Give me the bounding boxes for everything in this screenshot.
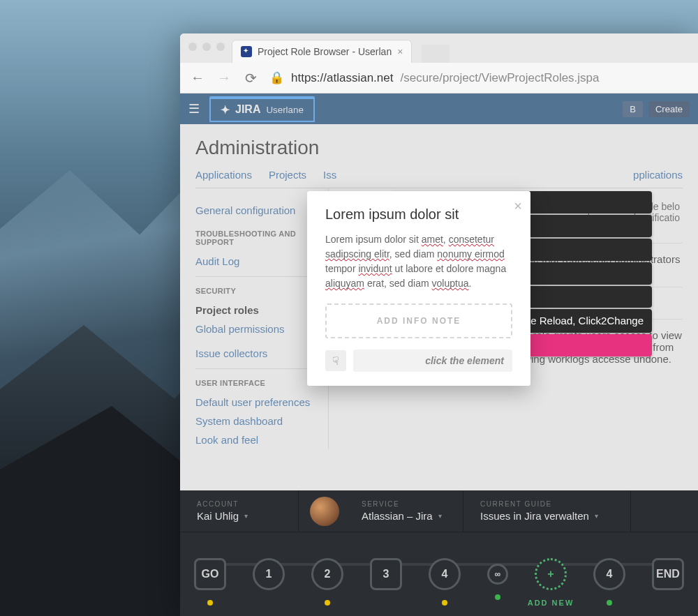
step-add-new[interactable]: + bbox=[535, 558, 567, 590]
url-path: /secure/project/ViewProjectRoles.jspa bbox=[400, 71, 599, 85]
tab-strip: Project Role Browser - Userlan × bbox=[180, 33, 698, 63]
step-timeline: GO 1 2 3 4 ∞ +ADD NEW 4 END bbox=[180, 532, 698, 616]
browser-window: Project Role Browser - Userlan × ← → ⟳ 🔒… bbox=[180, 33, 698, 616]
popup-body[interactable]: Lorem ipsum dolor sit amet, consetetur s… bbox=[325, 232, 512, 291]
step-4b[interactable]: 4 bbox=[593, 558, 625, 590]
status-dot-icon bbox=[607, 600, 612, 606]
url-host: https://atlassian.net bbox=[291, 71, 393, 85]
pointer-icon: ☟ bbox=[325, 350, 346, 371]
chevron-down-icon: ▾ bbox=[438, 512, 442, 520]
popup-close-icon[interactable]: × bbox=[514, 198, 522, 214]
status-dot-icon bbox=[325, 600, 330, 606]
service-label: SERVICE bbox=[362, 500, 446, 508]
back-icon[interactable]: ← bbox=[190, 70, 205, 86]
add-info-note-dropzone[interactable]: ADD INFO NOTE bbox=[325, 303, 512, 338]
status-dot-icon bbox=[207, 600, 213, 606]
step-go[interactable]: GO bbox=[194, 558, 226, 590]
window-controls[interactable] bbox=[186, 43, 232, 58]
forward-icon[interactable]: → bbox=[216, 70, 232, 86]
chevron-down-icon: ▾ bbox=[595, 512, 598, 520]
service-selector[interactable]: SERVICE Atlassian – Jira▾ bbox=[345, 490, 463, 532]
status-dot-icon bbox=[442, 600, 447, 606]
userlane-bar: ACCOUNT Kai Uhlig▾ SERVICE Atlassian – J… bbox=[180, 490, 698, 616]
favicon-icon bbox=[241, 46, 252, 57]
url-field[interactable]: 🔒 https://atlassian.net/secure/project/V… bbox=[269, 70, 688, 85]
reload-icon[interactable]: ⟳ bbox=[243, 70, 258, 87]
guide-label: CURRENT GUIDE bbox=[480, 500, 614, 508]
step-end[interactable]: END bbox=[652, 558, 684, 590]
traffic-close-icon[interactable] bbox=[188, 43, 197, 51]
tab-close-icon[interactable]: × bbox=[397, 46, 403, 57]
add-new-label: ADD NEW bbox=[528, 599, 574, 607]
traffic-max-icon[interactable] bbox=[216, 43, 225, 51]
status-dot-icon bbox=[495, 594, 500, 600]
new-tab-button[interactable] bbox=[422, 45, 450, 63]
step-2[interactable]: 2 bbox=[311, 558, 343, 590]
guide-selector[interactable]: CURRENT GUIDE Issues in Jira verwalten▾ bbox=[463, 490, 631, 532]
address-bar: ← → ⟳ 🔒 https://atlassian.net/secure/pro… bbox=[180, 63, 698, 93]
guide-value: Issues in Jira verwalten bbox=[480, 510, 589, 522]
chevron-down-icon: ▾ bbox=[244, 512, 248, 520]
site-info-icon[interactable]: 🔒 bbox=[269, 70, 284, 85]
popup-title[interactable]: Lorem ipsum dolor sit bbox=[325, 206, 512, 223]
account-label: ACCOUNT bbox=[197, 500, 281, 508]
traffic-min-icon[interactable] bbox=[202, 43, 211, 51]
account-selector[interactable]: ACCOUNT Kai Uhlig▾ bbox=[180, 490, 299, 532]
step-chain[interactable]: ∞ bbox=[487, 564, 508, 585]
click-element-field[interactable]: click the element bbox=[353, 350, 512, 372]
service-value: Atlassian – Jira bbox=[362, 510, 433, 522]
step-4a[interactable]: 4 bbox=[429, 558, 461, 590]
tab-title: Project Role Browser - Userlan bbox=[258, 46, 392, 57]
step-popup: × Lorem ipsum dolor sit Lorem ipsum dolo… bbox=[307, 191, 530, 386]
step-1[interactable]: 1 bbox=[253, 558, 285, 590]
step-3[interactable]: 3 bbox=[370, 558, 402, 590]
avatar[interactable] bbox=[310, 497, 339, 526]
browser-tab-active[interactable]: Project Role Browser - Userlan × bbox=[232, 40, 412, 63]
account-value: Kai Uhlig bbox=[197, 510, 239, 522]
